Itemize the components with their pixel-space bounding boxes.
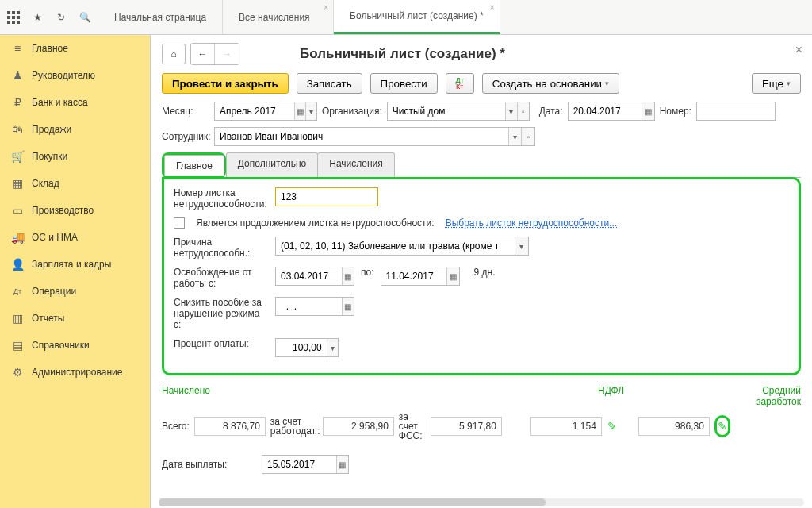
open-icon[interactable]: ▫ [521, 128, 534, 145]
dtkt-button[interactable]: ДтКт [446, 73, 474, 94]
sidebar-label: Руководителю [32, 70, 95, 81]
sidebar-label: ОС и НМА [32, 232, 78, 243]
tab-extra[interactable]: Дополнительно [226, 152, 318, 177]
dropdown-icon[interactable]: ▾ [505, 102, 517, 120]
tab-accruals[interactable]: Все начисления× [223, 0, 334, 34]
dropdown-icon[interactable]: ▾ [515, 237, 528, 255]
release-label: Освобождение от работы с: [174, 267, 269, 289]
number-label: Номер: [660, 106, 691, 117]
sidebar-item-catalogs[interactable]: ▤Справочники [0, 332, 150, 359]
tab-sickleave[interactable]: Больничный лист (создание) *× [334, 0, 500, 34]
number-input[interactable] [696, 102, 776, 121]
calendar-icon[interactable]: ▦ [342, 298, 354, 315]
truck-icon: 🚚 [11, 231, 24, 244]
history-icon[interactable]: ↻ [54, 10, 68, 25]
open-icon[interactable]: ▫ [517, 102, 529, 120]
menu-icon: ≡ [11, 42, 24, 55]
tab-home[interactable]: Начальная страница [98, 0, 223, 34]
percent-input[interactable]: ▾ [275, 338, 339, 357]
date-to-input[interactable]: ▦ [381, 267, 460, 286]
sidebar-item-admin[interactable]: ⚙Администрирование [0, 359, 150, 386]
org-input[interactable]: ▾▫ [387, 102, 530, 121]
sidebar-item-sales[interactable]: 🛍Продажи [0, 116, 150, 143]
close-icon[interactable]: × [490, 3, 495, 12]
sidebar-item-main[interactable]: ≡Главное [0, 35, 150, 62]
create-based-button[interactable]: Создать на основании▾ [482, 73, 619, 94]
accrued-head: Начислено [162, 385, 574, 396]
sidebar-label: Банк и касса [32, 97, 88, 108]
search-icon[interactable]: 🔍 [78, 10, 92, 25]
reduce-date-input[interactable]: ▦ [275, 297, 354, 316]
apps-icon[interactable] [6, 10, 21, 25]
select-sheet-link[interactable]: Выбрать листок нетрудоспособности... [446, 217, 618, 229]
back-button[interactable]: ← [191, 44, 215, 64]
page-title: Больничный лист (создание) * [300, 46, 505, 62]
tab-label: Больничный лист (создание) * [350, 10, 484, 21]
calendar-icon[interactable]: ▦ [642, 102, 653, 120]
continuation-label: Является продолжением листка нетрудоспос… [196, 217, 435, 229]
edit-avg-button[interactable]: ✎ [714, 415, 730, 437]
reason-select[interactable]: ▾ [275, 237, 529, 256]
save-button[interactable]: Записать [297, 73, 362, 94]
sidebar-label: Отчеты [32, 313, 64, 324]
sheetnum-label: Номер листка нетрудоспособности: [174, 187, 269, 210]
to-label: по: [361, 267, 374, 278]
sidebar-item-bank[interactable]: ₽Банк и касса [0, 89, 150, 116]
more-button[interactable]: Еще▾ [752, 73, 801, 94]
sidebar-label: Справочники [32, 340, 90, 351]
payment-date-input[interactable]: ▦ [262, 455, 349, 474]
reason-label: Причина нетрудоспособн.: [174, 237, 269, 259]
grid-icon: ▦ [11, 177, 24, 190]
cart-icon: 🛒 [11, 150, 24, 163]
avg-value: 986,30 [638, 417, 710, 436]
sidebar-item-operations[interactable]: ДтОперации [0, 278, 150, 305]
employee-input[interactable]: ▾▫ [214, 127, 535, 146]
sidebar-item-assets[interactable]: 🚚ОС и НМА [0, 224, 150, 251]
sidebar-label: Зарплата и кадры [32, 259, 111, 270]
dtkt-icon: Дт [11, 285, 24, 298]
month-input[interactable]: ▦▾ [214, 102, 317, 121]
tab-accruals[interactable]: Начисления [317, 152, 395, 177]
close-page-button[interactable]: × [795, 43, 802, 57]
sheetnum-input[interactable] [275, 187, 378, 206]
calendar-icon[interactable]: ▦ [336, 456, 348, 473]
star-icon[interactable]: ★ [30, 10, 44, 25]
date-input[interactable]: ▦ [568, 102, 655, 121]
employer-label: за счет работодат.: [270, 417, 318, 436]
sidebar-item-reports[interactable]: ▥Отчеты [0, 305, 150, 332]
horizontal-scrollbar[interactable] [159, 498, 804, 506]
calendar-icon[interactable]: ▦ [342, 267, 354, 285]
stepper-icon[interactable]: ▾ [327, 339, 338, 356]
continuation-checkbox[interactable] [174, 217, 185, 229]
sidebar-item-production[interactable]: ▭Производство [0, 197, 150, 224]
reduce-label: Снизить пособие за нарушение режима с: [174, 297, 269, 330]
calendar-icon[interactable]: ▦ [294, 102, 305, 120]
month-label: Месяц: [162, 106, 209, 117]
sidebar-item-hr[interactable]: 👤Зарплата и кадры [0, 251, 150, 278]
avg-head: Средний заработок [717, 385, 801, 407]
total-value: 8 876,70 [194, 417, 266, 436]
sidebar-item-warehouse[interactable]: ▦Склад [0, 170, 150, 197]
sidebar-item-manager[interactable]: ♟Руководителю [0, 62, 150, 89]
date-from-input[interactable]: ▦ [275, 267, 354, 286]
forward-button[interactable]: → [215, 44, 239, 64]
stepper-icon[interactable]: ▾ [305, 102, 316, 120]
total-label: Всего: [162, 421, 190, 432]
calendar-icon[interactable]: ▦ [446, 267, 458, 285]
people-icon: 👤 [11, 258, 24, 271]
edit-ndfl-button[interactable]: ✎ [607, 420, 618, 433]
bag-icon: 🛍 [11, 123, 24, 136]
sidebar-label: Покупки [32, 151, 67, 162]
sidebar-item-purchases[interactable]: 🛒Покупки [0, 143, 150, 170]
sidebar-label: Склад [32, 178, 59, 189]
tab-main[interactable]: Главное [164, 155, 224, 176]
tab-label: Начальная страница [114, 12, 206, 23]
fss-value: 5 917,80 [431, 417, 502, 436]
payment-label: Дата выплаты: [162, 459, 257, 470]
person-icon: ♟ [11, 69, 24, 82]
post-close-button[interactable]: Провести и закрыть [162, 73, 289, 94]
dropdown-icon[interactable]: ▾ [508, 128, 522, 145]
close-icon[interactable]: × [324, 3, 328, 12]
home-button[interactable]: ⌂ [162, 44, 186, 64]
post-button[interactable]: Провести [370, 73, 438, 94]
